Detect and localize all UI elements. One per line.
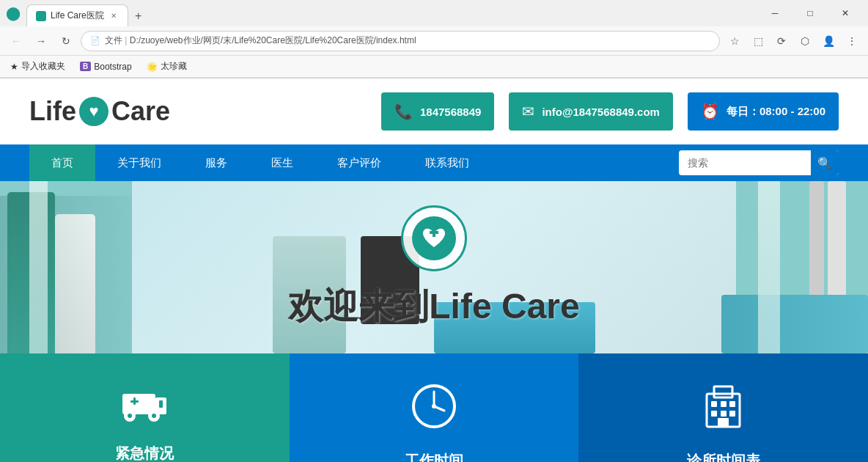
bookmark-bootstrap[interactable]: B Bootstrap xyxy=(76,60,136,73)
svg-rect-17 xyxy=(711,401,717,407)
svg-rect-23 xyxy=(718,418,729,427)
site-nav: 首页 关于我们 服务 医生 客户评价 联系我们 🔍 xyxy=(0,144,868,181)
bookmark-taizhen-label: 太珍藏 xyxy=(161,60,187,73)
email-icon: ✉ xyxy=(522,103,534,120)
browser-chrome: ⬤ Life Care医院 ✕ + ─ □ ✕ ← → ↻ 📄 文件 | D:/… xyxy=(0,0,868,78)
nav-item-home[interactable]: 首页 xyxy=(29,144,95,181)
curtain-left xyxy=(29,181,48,353)
browser-controls: ⬤ xyxy=(6,5,21,21)
history-button[interactable]: ⟳ xyxy=(771,31,792,51)
hospital-svg xyxy=(699,383,747,430)
bookmark-taizhen[interactable]: 🌟 太珍藏 xyxy=(142,59,191,74)
nav-items: 首页 关于我们 服务 医生 客户评价 联系我们 xyxy=(29,144,491,181)
svg-rect-19 xyxy=(729,401,735,407)
search-box: 🔍 xyxy=(679,150,839,175)
site-header: Life Care 📞 1847568849 ✉ info@1847568849… xyxy=(0,78,868,144)
hero-title: 欢迎来到Life Care xyxy=(288,283,579,330)
search-input[interactable] xyxy=(679,157,811,169)
clock-svg xyxy=(411,383,458,430)
email-contact: ✉ info@1847568849.com xyxy=(509,92,673,131)
svg-rect-21 xyxy=(721,411,727,417)
window-controls: ─ □ ✕ xyxy=(758,2,862,24)
profile-button[interactable]: 👤 xyxy=(818,31,839,51)
maximize-button[interactable]: □ xyxy=(793,2,827,24)
browser-titlebar: ⬤ Life Care医院 ✕ + ─ □ ✕ xyxy=(0,0,868,26)
right-equipment-2 xyxy=(809,181,824,298)
phone-number: 1847568849 xyxy=(420,106,481,118)
heart-cross-icon xyxy=(419,224,449,253)
email-address: info@1847568849.com xyxy=(542,106,660,118)
bookmark-import[interactable]: ★ 导入收藏夹 xyxy=(6,59,70,74)
bookmark-import-icon: ★ xyxy=(10,62,18,72)
nav-item-review[interactable]: 客户评价 xyxy=(315,144,403,181)
logo-text: Life Care xyxy=(29,96,170,127)
feature-emergency: 紧急情况 敬请期待，我们将尽快为您提供更多信息。 xyxy=(0,353,290,462)
svg-rect-18 xyxy=(721,401,727,407)
phone-icon: 📞 xyxy=(394,103,413,120)
hours-label: 每日：08:00 - 22:00 xyxy=(727,105,825,119)
new-tab-button[interactable]: + xyxy=(128,6,149,26)
right-equipment xyxy=(828,181,846,313)
toolbar-actions: ☆ ⬚ ⟳ ⬡ 👤 ⋮ xyxy=(724,31,862,51)
bookmark-taizhen-icon: 🌟 xyxy=(147,62,158,72)
features-section: 紧急情况 敬请期待，我们将尽快为您提供更多信息。 工作时间 周一 到 周五 08… xyxy=(0,353,868,462)
logo-care: Care xyxy=(111,96,170,127)
feature-hours: 工作时间 周一 到 周五 08:00 - 22:00 xyxy=(290,353,579,462)
right-bed xyxy=(721,295,868,353)
svg-rect-10 xyxy=(130,400,139,403)
reload-button[interactable]: ↻ xyxy=(56,31,76,51)
hospital-building-icon xyxy=(699,383,747,439)
minimize-button[interactable]: ─ xyxy=(758,2,792,24)
cast-button[interactable]: ⬚ xyxy=(748,31,768,51)
address-bar[interactable]: 📄 文件 | D:/zuoye/web作业/网页/末/Life%20Care医院… xyxy=(81,31,720,51)
bookmark-bootstrap-label: Bootstrap xyxy=(94,62,131,72)
svg-line-14 xyxy=(434,406,444,411)
menu-button[interactable]: ⋮ xyxy=(842,31,862,51)
svg-rect-20 xyxy=(711,411,717,417)
ambulance-svg xyxy=(119,383,170,423)
svg-point-6 xyxy=(128,414,132,418)
search-button[interactable]: 🔍 xyxy=(811,150,839,175)
schedule-title: 诊所时间表 xyxy=(687,451,760,462)
site-logo: Life Care xyxy=(29,96,170,127)
svg-rect-22 xyxy=(729,411,735,417)
star-button[interactable]: ☆ xyxy=(724,31,745,51)
nav-item-service[interactable]: 服务 xyxy=(183,144,249,181)
hero-section: 欢迎来到Life Care xyxy=(0,181,868,353)
hero-logo-inner xyxy=(412,216,456,260)
logo-heart-icon xyxy=(79,97,108,126)
nav-item-about[interactable]: 关于我们 xyxy=(95,144,183,181)
clock-icon: ⏰ xyxy=(701,103,719,120)
tab-title: Life Care医院 xyxy=(51,10,104,22)
hours-contact: ⏰ 每日：08:00 - 22:00 xyxy=(688,92,839,131)
active-tab[interactable]: Life Care医院 ✕ xyxy=(26,4,128,26)
clock-feature-icon xyxy=(411,383,458,439)
feature-schedule: 诊所时间表 08：00-22：00 xyxy=(578,353,868,462)
emergency-title: 紧急情况 xyxy=(115,444,174,462)
phone-contact: 📞 1847568849 xyxy=(381,92,494,131)
curtain-right xyxy=(758,181,780,353)
hero-content: 欢迎来到Life Care xyxy=(288,205,579,330)
svg-rect-1 xyxy=(430,231,438,234)
ambulance-icon xyxy=(119,383,170,432)
bookmark-import-label: 导入收藏夹 xyxy=(21,60,65,73)
lock-icon: 📄 xyxy=(90,36,100,45)
forward-button[interactable]: → xyxy=(31,31,51,51)
svg-rect-4 xyxy=(159,400,163,408)
svg-point-8 xyxy=(152,414,156,418)
hours-title: 工作时间 xyxy=(405,451,463,462)
tab-favicon xyxy=(36,11,46,21)
back-button[interactable]: ← xyxy=(6,31,26,51)
close-button[interactable]: ✕ xyxy=(828,2,862,24)
nav-item-doctor[interactable]: 医生 xyxy=(249,144,315,181)
address-text: 文件 | D:/zuoye/web作业/网页/末/Life%20Care医院/L… xyxy=(105,34,416,47)
extensions-button[interactable]: ⬡ xyxy=(795,31,815,51)
browser-toolbar: ← → ↻ 📄 文件 | D:/zuoye/web作业/网页/末/Life%20… xyxy=(0,26,868,56)
logo-life: Life xyxy=(29,96,76,127)
tab-close-button[interactable]: ✕ xyxy=(108,11,119,21)
right-scene xyxy=(707,181,868,353)
nav-item-contact[interactable]: 联系我们 xyxy=(403,144,491,181)
browser-logo-icon: ⬤ xyxy=(6,5,21,21)
svg-rect-16 xyxy=(714,386,732,397)
website-content: Life Care 📞 1847568849 ✉ info@1847568849… xyxy=(0,78,868,462)
